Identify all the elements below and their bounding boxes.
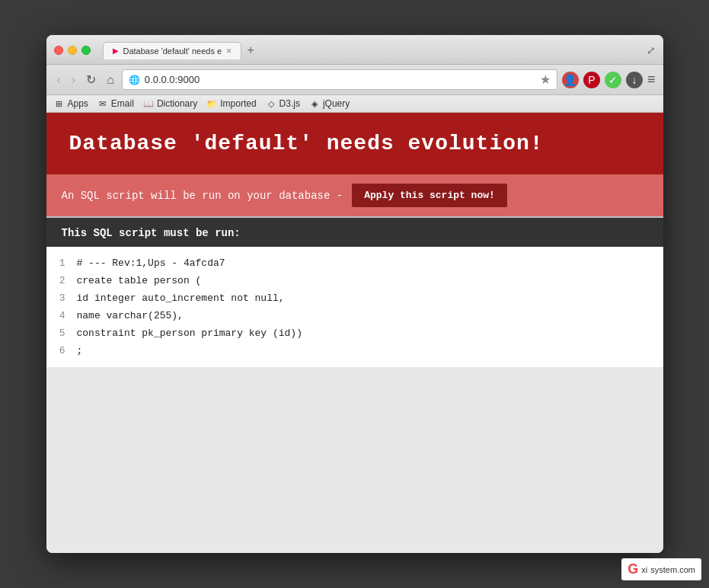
- warning-bar: An SQL script will be run on your databa…: [46, 174, 663, 218]
- code-line-3: 3 id integer auto_increment not null,: [46, 289, 663, 307]
- nav-bar: ‹ › ↻ ⌂ 🌐 ★ 👤 P ✓ ↓ ≡: [46, 65, 663, 95]
- check-icon[interactable]: ✓: [605, 72, 621, 88]
- imported-icon: 📁: [206, 98, 217, 109]
- watermark-g: G: [628, 561, 638, 577]
- bookmarks-bar: ⊞ Apps ✉ Email 📖 Dictionary 📁 Imported ◇…: [46, 95, 663, 113]
- bookmark-jquery-label: jQuery: [323, 98, 350, 109]
- error-header: Database 'default' needs evolution!: [46, 113, 663, 174]
- new-tab-button[interactable]: +: [241, 41, 260, 59]
- refresh-button[interactable]: ↻: [83, 71, 99, 88]
- code-line-5: 5 constraint pk_person primary key (id)): [46, 324, 663, 342]
- warning-text: An SQL script will be run on your databa…: [62, 190, 343, 202]
- line-num-3: 3: [46, 292, 77, 304]
- line-num-6: 6: [46, 345, 77, 356]
- resize-icon[interactable]: ⤢: [647, 44, 656, 56]
- browser-window: ▶ Database 'default' needs e × + ⤢ ‹ › ↻…: [46, 35, 663, 553]
- bookmark-imported-label: Imported: [220, 98, 256, 109]
- bookmark-apps[interactable]: ⊞ Apps: [54, 98, 88, 109]
- line-code-4: name varchar(255),: [77, 310, 184, 321]
- sql-code: 1 # --- Rev:1,Ups - 4afcda7 2 create tab…: [46, 247, 663, 367]
- page-content: Database 'default' needs evolution! An S…: [46, 113, 663, 553]
- back-button[interactable]: ‹: [54, 72, 64, 88]
- code-line-6: 6 ;: [46, 342, 663, 360]
- address-input[interactable]: [145, 74, 535, 85]
- menu-icon[interactable]: ≡: [647, 72, 656, 88]
- d3-icon: ◇: [266, 98, 276, 109]
- line-num-5: 5: [46, 328, 77, 339]
- active-tab[interactable]: ▶ Database 'default' needs e ×: [103, 42, 242, 59]
- line-code-3: id integer auto_increment not null,: [77, 292, 285, 304]
- bookmark-apps-label: Apps: [68, 98, 88, 109]
- address-icon: 🌐: [129, 75, 140, 85]
- watermark-xi: xi: [641, 565, 647, 574]
- line-num-2: 2: [46, 275, 77, 286]
- tab-bar: ▶ Database 'default' needs e × +: [103, 41, 640, 59]
- home-button[interactable]: ⌂: [104, 72, 117, 88]
- forward-button[interactable]: ›: [69, 72, 78, 88]
- line-num-1: 1: [46, 257, 77, 269]
- watermark-domain: system.com: [650, 565, 695, 574]
- code-line-1: 1 # --- Rev:1,Ups - 4afcda7: [46, 254, 663, 272]
- sql-section: This SQL script must be run: 1 # --- Rev…: [46, 218, 663, 367]
- tab-title: Database 'default' needs e: [123, 46, 222, 56]
- line-code-2: create table person (: [77, 275, 202, 286]
- tab-icon: ▶: [113, 46, 119, 55]
- apply-script-button[interactable]: Apply this script now!: [352, 184, 507, 207]
- bookmark-star-icon[interactable]: ★: [540, 72, 551, 87]
- sql-header-text: This SQL script must be run:: [62, 227, 241, 239]
- bookmark-dictionary-label: Dictionary: [157, 98, 197, 109]
- apps-icon: ⊞: [54, 98, 65, 109]
- email-icon: ✉: [97, 98, 108, 109]
- jquery-icon: ◈: [309, 98, 320, 109]
- title-bar: ▶ Database 'default' needs e × + ⤢: [46, 35, 663, 65]
- code-line-4: 4 name varchar(255),: [46, 307, 663, 324]
- address-bar[interactable]: 🌐 ★: [122, 69, 557, 90]
- bookmark-jquery[interactable]: ◈ jQuery: [309, 98, 350, 109]
- bookmark-d3-label: D3.js: [279, 98, 300, 109]
- bookmark-email-label: Email: [111, 98, 134, 109]
- bookmark-dictionary[interactable]: 📖 Dictionary: [143, 98, 197, 109]
- line-code-5: constraint pk_person primary key (id)): [77, 328, 302, 339]
- user-icon[interactable]: 👤: [562, 72, 579, 88]
- page-title: Database 'default' needs evolution!: [69, 132, 640, 155]
- pinterest-icon[interactable]: P: [583, 72, 600, 88]
- download-icon[interactable]: ↓: [626, 72, 643, 88]
- bookmark-imported[interactable]: 📁 Imported: [206, 98, 256, 109]
- watermark: G xi system.com: [621, 558, 701, 580]
- traffic-lights: [54, 46, 91, 55]
- maximize-button[interactable]: [81, 46, 91, 55]
- close-button[interactable]: [54, 46, 63, 55]
- line-num-4: 4: [46, 310, 77, 321]
- line-code-6: ;: [77, 345, 83, 356]
- tab-close-button[interactable]: ×: [226, 46, 232, 56]
- nav-actions: 👤 P ✓ ↓ ≡: [562, 72, 656, 88]
- code-line-2: 2 create table person (: [46, 272, 663, 289]
- line-code-1: # --- Rev:1,Ups - 4afcda7: [77, 257, 225, 269]
- sql-header: This SQL script must be run:: [46, 218, 663, 247]
- bookmark-email[interactable]: ✉ Email: [97, 98, 134, 109]
- minimize-button[interactable]: [68, 46, 77, 55]
- dictionary-icon: 📖: [143, 98, 154, 109]
- bookmark-d3[interactable]: ◇ D3.js: [266, 98, 300, 109]
